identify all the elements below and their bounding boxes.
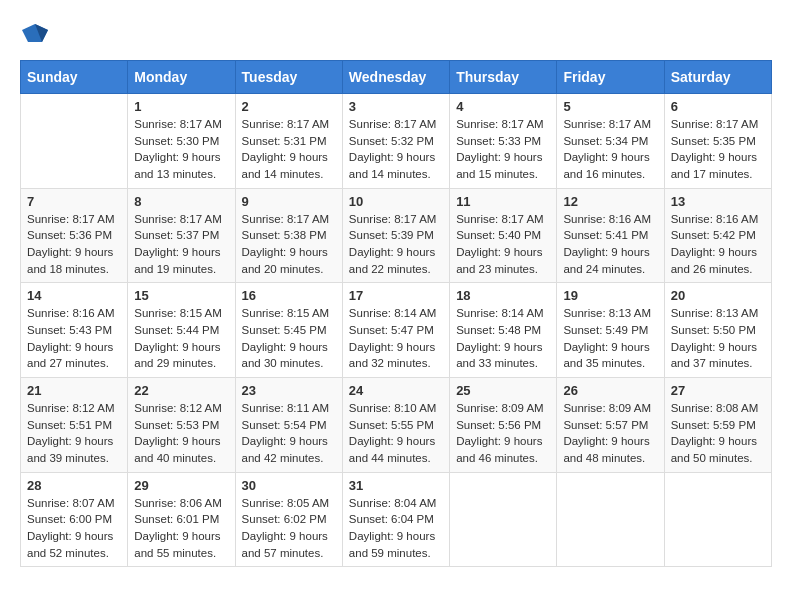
calendar-cell: 5Sunrise: 8:17 AM Sunset: 5:34 PM Daylig… bbox=[557, 94, 664, 189]
calendar-cell: 23Sunrise: 8:11 AM Sunset: 5:54 PM Dayli… bbox=[235, 378, 342, 473]
day-number: 11 bbox=[456, 194, 550, 209]
day-number: 26 bbox=[563, 383, 657, 398]
calendar-week-row: 1Sunrise: 8:17 AM Sunset: 5:30 PM Daylig… bbox=[21, 94, 772, 189]
calendar-cell: 14Sunrise: 8:16 AM Sunset: 5:43 PM Dayli… bbox=[21, 283, 128, 378]
day-number: 3 bbox=[349, 99, 443, 114]
day-number: 8 bbox=[134, 194, 228, 209]
day-number: 14 bbox=[27, 288, 121, 303]
weekday-header: Sunday bbox=[21, 61, 128, 94]
calendar-cell bbox=[21, 94, 128, 189]
calendar-cell bbox=[450, 472, 557, 567]
day-info: Sunrise: 8:07 AM Sunset: 6:00 PM Dayligh… bbox=[27, 495, 121, 562]
calendar-cell: 28Sunrise: 8:07 AM Sunset: 6:00 PM Dayli… bbox=[21, 472, 128, 567]
day-info: Sunrise: 8:13 AM Sunset: 5:50 PM Dayligh… bbox=[671, 305, 765, 372]
day-number: 15 bbox=[134, 288, 228, 303]
day-number: 30 bbox=[242, 478, 336, 493]
weekday-header: Tuesday bbox=[235, 61, 342, 94]
weekday-header: Saturday bbox=[664, 61, 771, 94]
calendar-cell: 18Sunrise: 8:14 AM Sunset: 5:48 PM Dayli… bbox=[450, 283, 557, 378]
day-info: Sunrise: 8:17 AM Sunset: 5:34 PM Dayligh… bbox=[563, 116, 657, 183]
day-info: Sunrise: 8:14 AM Sunset: 5:47 PM Dayligh… bbox=[349, 305, 443, 372]
calendar-cell: 6Sunrise: 8:17 AM Sunset: 5:35 PM Daylig… bbox=[664, 94, 771, 189]
day-number: 1 bbox=[134, 99, 228, 114]
calendar-cell: 25Sunrise: 8:09 AM Sunset: 5:56 PM Dayli… bbox=[450, 378, 557, 473]
calendar-cell bbox=[557, 472, 664, 567]
day-number: 23 bbox=[242, 383, 336, 398]
day-info: Sunrise: 8:17 AM Sunset: 5:33 PM Dayligh… bbox=[456, 116, 550, 183]
day-info: Sunrise: 8:12 AM Sunset: 5:53 PM Dayligh… bbox=[134, 400, 228, 467]
day-number: 13 bbox=[671, 194, 765, 209]
calendar-table: SundayMondayTuesdayWednesdayThursdayFrid… bbox=[20, 60, 772, 567]
page-header bbox=[20, 20, 772, 50]
calendar-cell: 22Sunrise: 8:12 AM Sunset: 5:53 PM Dayli… bbox=[128, 378, 235, 473]
day-info: Sunrise: 8:17 AM Sunset: 5:39 PM Dayligh… bbox=[349, 211, 443, 278]
day-info: Sunrise: 8:04 AM Sunset: 6:04 PM Dayligh… bbox=[349, 495, 443, 562]
day-info: Sunrise: 8:09 AM Sunset: 5:56 PM Dayligh… bbox=[456, 400, 550, 467]
calendar-cell: 13Sunrise: 8:16 AM Sunset: 5:42 PM Dayli… bbox=[664, 188, 771, 283]
weekday-header: Friday bbox=[557, 61, 664, 94]
calendar-cell: 8Sunrise: 8:17 AM Sunset: 5:37 PM Daylig… bbox=[128, 188, 235, 283]
calendar-cell: 4Sunrise: 8:17 AM Sunset: 5:33 PM Daylig… bbox=[450, 94, 557, 189]
calendar-cell: 24Sunrise: 8:10 AM Sunset: 5:55 PM Dayli… bbox=[342, 378, 449, 473]
calendar-week-row: 14Sunrise: 8:16 AM Sunset: 5:43 PM Dayli… bbox=[21, 283, 772, 378]
day-number: 4 bbox=[456, 99, 550, 114]
day-info: Sunrise: 8:17 AM Sunset: 5:30 PM Dayligh… bbox=[134, 116, 228, 183]
day-info: Sunrise: 8:16 AM Sunset: 5:42 PM Dayligh… bbox=[671, 211, 765, 278]
day-number: 10 bbox=[349, 194, 443, 209]
day-info: Sunrise: 8:14 AM Sunset: 5:48 PM Dayligh… bbox=[456, 305, 550, 372]
day-number: 22 bbox=[134, 383, 228, 398]
day-number: 21 bbox=[27, 383, 121, 398]
calendar-cell: 31Sunrise: 8:04 AM Sunset: 6:04 PM Dayli… bbox=[342, 472, 449, 567]
calendar-cell: 27Sunrise: 8:08 AM Sunset: 5:59 PM Dayli… bbox=[664, 378, 771, 473]
calendar-week-row: 28Sunrise: 8:07 AM Sunset: 6:00 PM Dayli… bbox=[21, 472, 772, 567]
day-info: Sunrise: 8:06 AM Sunset: 6:01 PM Dayligh… bbox=[134, 495, 228, 562]
calendar-cell: 15Sunrise: 8:15 AM Sunset: 5:44 PM Dayli… bbox=[128, 283, 235, 378]
day-number: 28 bbox=[27, 478, 121, 493]
day-number: 24 bbox=[349, 383, 443, 398]
day-info: Sunrise: 8:17 AM Sunset: 5:38 PM Dayligh… bbox=[242, 211, 336, 278]
day-info: Sunrise: 8:05 AM Sunset: 6:02 PM Dayligh… bbox=[242, 495, 336, 562]
day-info: Sunrise: 8:17 AM Sunset: 5:37 PM Dayligh… bbox=[134, 211, 228, 278]
logo-icon bbox=[20, 20, 50, 50]
day-info: Sunrise: 8:12 AM Sunset: 5:51 PM Dayligh… bbox=[27, 400, 121, 467]
day-number: 19 bbox=[563, 288, 657, 303]
day-number: 5 bbox=[563, 99, 657, 114]
day-number: 29 bbox=[134, 478, 228, 493]
day-info: Sunrise: 8:11 AM Sunset: 5:54 PM Dayligh… bbox=[242, 400, 336, 467]
day-info: Sunrise: 8:09 AM Sunset: 5:57 PM Dayligh… bbox=[563, 400, 657, 467]
weekday-header: Wednesday bbox=[342, 61, 449, 94]
calendar-cell: 16Sunrise: 8:15 AM Sunset: 5:45 PM Dayli… bbox=[235, 283, 342, 378]
weekday-header: Monday bbox=[128, 61, 235, 94]
day-info: Sunrise: 8:17 AM Sunset: 5:35 PM Dayligh… bbox=[671, 116, 765, 183]
day-info: Sunrise: 8:16 AM Sunset: 5:41 PM Dayligh… bbox=[563, 211, 657, 278]
calendar-cell: 2Sunrise: 8:17 AM Sunset: 5:31 PM Daylig… bbox=[235, 94, 342, 189]
weekday-header: Thursday bbox=[450, 61, 557, 94]
day-number: 12 bbox=[563, 194, 657, 209]
day-number: 9 bbox=[242, 194, 336, 209]
calendar-cell: 10Sunrise: 8:17 AM Sunset: 5:39 PM Dayli… bbox=[342, 188, 449, 283]
calendar-cell: 30Sunrise: 8:05 AM Sunset: 6:02 PM Dayli… bbox=[235, 472, 342, 567]
day-info: Sunrise: 8:17 AM Sunset: 5:31 PM Dayligh… bbox=[242, 116, 336, 183]
day-number: 16 bbox=[242, 288, 336, 303]
calendar-cell: 29Sunrise: 8:06 AM Sunset: 6:01 PM Dayli… bbox=[128, 472, 235, 567]
calendar-cell: 12Sunrise: 8:16 AM Sunset: 5:41 PM Dayli… bbox=[557, 188, 664, 283]
day-number: 17 bbox=[349, 288, 443, 303]
day-info: Sunrise: 8:17 AM Sunset: 5:36 PM Dayligh… bbox=[27, 211, 121, 278]
day-number: 18 bbox=[456, 288, 550, 303]
day-info: Sunrise: 8:08 AM Sunset: 5:59 PM Dayligh… bbox=[671, 400, 765, 467]
calendar-week-row: 7Sunrise: 8:17 AM Sunset: 5:36 PM Daylig… bbox=[21, 188, 772, 283]
calendar-cell: 9Sunrise: 8:17 AM Sunset: 5:38 PM Daylig… bbox=[235, 188, 342, 283]
day-number: 31 bbox=[349, 478, 443, 493]
day-number: 20 bbox=[671, 288, 765, 303]
calendar-cell: 11Sunrise: 8:17 AM Sunset: 5:40 PM Dayli… bbox=[450, 188, 557, 283]
day-info: Sunrise: 8:15 AM Sunset: 5:44 PM Dayligh… bbox=[134, 305, 228, 372]
day-info: Sunrise: 8:10 AM Sunset: 5:55 PM Dayligh… bbox=[349, 400, 443, 467]
day-number: 2 bbox=[242, 99, 336, 114]
day-number: 6 bbox=[671, 99, 765, 114]
calendar-cell: 1Sunrise: 8:17 AM Sunset: 5:30 PM Daylig… bbox=[128, 94, 235, 189]
day-info: Sunrise: 8:17 AM Sunset: 5:32 PM Dayligh… bbox=[349, 116, 443, 183]
calendar-cell: 20Sunrise: 8:13 AM Sunset: 5:50 PM Dayli… bbox=[664, 283, 771, 378]
calendar-cell: 7Sunrise: 8:17 AM Sunset: 5:36 PM Daylig… bbox=[21, 188, 128, 283]
day-info: Sunrise: 8:15 AM Sunset: 5:45 PM Dayligh… bbox=[242, 305, 336, 372]
calendar-cell bbox=[664, 472, 771, 567]
